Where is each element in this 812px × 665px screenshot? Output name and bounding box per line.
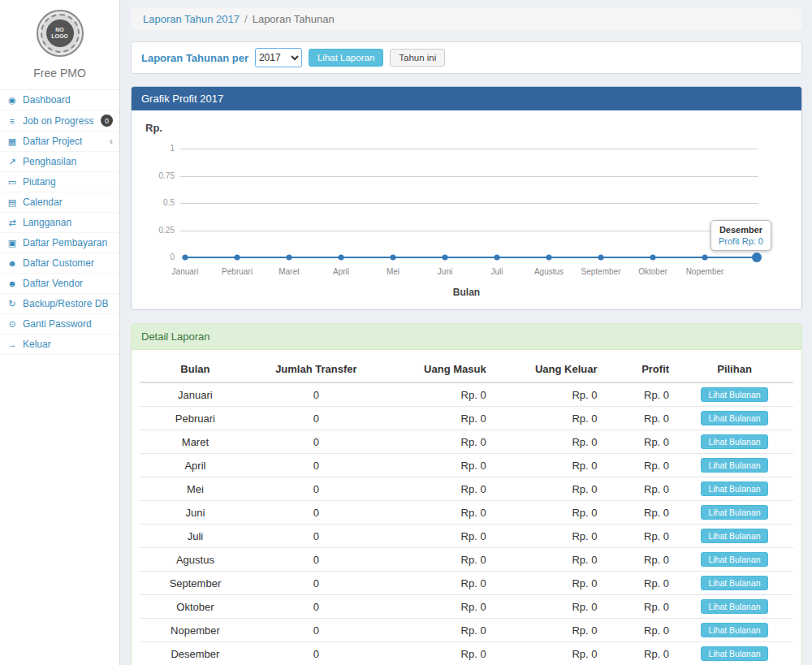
data-point-april[interactable] [339, 255, 344, 261]
sidebar-item-dashboard[interactable]: ◉Dashboard [0, 90, 119, 110]
daftar-vendor-icon: ☻ [6, 279, 18, 288]
x-tick-label: Juni [438, 267, 452, 276]
data-point-maret[interactable] [287, 255, 292, 261]
tahun-ini-button[interactable]: Tahun ini [390, 49, 445, 67]
sidebar-item-label: Daftar Pembayaran [23, 237, 107, 248]
column-header: Profit [604, 356, 676, 382]
sidebar-item-langganan[interactable]: ⇄Langganan [0, 213, 119, 233]
breadcrumb-separator: / [240, 13, 253, 25]
lihat-bulanan-button[interactable]: Lihat Bulanan [701, 481, 767, 496]
data-point-agustus[interactable] [546, 255, 552, 261]
profit-line [185, 257, 757, 258]
x-tick-label: Oktober [638, 267, 667, 276]
table-row: Juni0Rp. 0Rp. 0Rp. 0Lihat Bulanan [140, 501, 793, 525]
lihat-bulanan-button[interactable]: Lihat Bulanan [701, 434, 767, 449]
sidebar-item-backup-restore-db[interactable]: ↻Backup/Restore DB [0, 294, 119, 314]
table-row: Nopember0Rp. 0Rp. 0Rp. 0Lihat Bulanan [140, 619, 793, 642]
data-point-januari[interactable] [183, 255, 188, 261]
x-tick-label: Pebruari [222, 267, 253, 276]
year-select[interactable]: 2017 [255, 48, 302, 67]
column-header: Pilihan [676, 356, 793, 382]
lihat-bulanan-button[interactable]: Lihat Bulanan [701, 529, 767, 543]
sidebar-item-label: Daftar Project [23, 136, 82, 147]
x-tick-label: Agustus [534, 267, 564, 276]
y-tick-label: 1 [144, 144, 175, 153]
sidebar-item-daftar-customer[interactable]: ☻Daftar Customer [0, 253, 119, 274]
data-point-nopember[interactable] [702, 255, 708, 261]
chart-series [185, 140, 757, 264]
logo: NO LOGO Free PMO [0, 0, 119, 89]
lihat-bulanan-button[interactable]: Lihat Bulanan [701, 646, 767, 661]
sidebar-item-daftar-project[interactable]: ▦Daftar Project‹ [0, 132, 119, 152]
data-point-pebruari[interactable] [235, 255, 240, 261]
table-row: Oktober0Rp. 0Rp. 0Rp. 0Lihat Bulanan [140, 595, 793, 619]
lihat-bulanan-button[interactable]: Lihat Bulanan [701, 599, 767, 614]
tooltip-title: Desember [719, 225, 763, 235]
sidebar-item-calendar[interactable]: ▤Calendar [0, 192, 119, 213]
table-row: Agustus0Rp. 0Rp. 0Rp. 0Lihat Bulanan [140, 548, 793, 572]
daftar-customer-icon: ☻ [6, 258, 18, 268]
sidebar-item-label: Keluar [23, 339, 51, 350]
sidebar-item-label: Langganan [23, 217, 71, 228]
sidebar-item-label: Calendar [23, 196, 63, 208]
y-tick-label: 0.75 [144, 171, 175, 180]
breadcrumb-link-laporan-tahun[interactable]: Laporan Tahun 2017 [143, 13, 240, 25]
y-tick-label: 0 [144, 253, 175, 261]
lihat-bulanan-button[interactable]: Lihat Bulanan [701, 505, 767, 520]
data-point-mei[interactable] [391, 255, 396, 261]
data-point-juli[interactable] [495, 255, 500, 261]
lihat-bulanan-button[interactable]: Lihat Bulanan [701, 387, 767, 402]
sidebar-item-ganti-password[interactable]: ⊙Ganti Password [0, 314, 119, 335]
daftar-project-icon: ▦ [6, 136, 18, 147]
table-row: September0Rp. 0Rp. 0Rp. 0Lihat Bulanan [140, 572, 793, 595]
no-logo-text: NO LOGO [46, 19, 74, 47]
chart-tooltip: Desember Profit Rp: 0 [710, 220, 771, 251]
brand-name: Free PMO [0, 67, 119, 80]
x-tick-label: Mei [387, 267, 400, 276]
lihat-bulanan-button[interactable]: Lihat Bulanan [701, 411, 767, 425]
lihat-bulanan-button[interactable]: Lihat Bulanan [701, 576, 767, 590]
data-point-september[interactable] [598, 255, 604, 261]
daftar-pembayaran-icon: ▣ [6, 238, 18, 248]
sidebar-item-penghasilan[interactable]: ↗Penghasilan [0, 152, 119, 172]
table-row: Juli0Rp. 0Rp. 0Rp. 0Lihat Bulanan [140, 525, 793, 548]
lihat-bulanan-button[interactable]: Lihat Bulanan [701, 552, 767, 567]
lihat-bulanan-button[interactable]: Lihat Bulanan [701, 458, 767, 473]
x-tick-label: Januari [172, 267, 199, 276]
column-header: Jumlah Transfer [251, 356, 382, 382]
sidebar-item-keluar[interactable]: →Keluar [0, 335, 119, 355]
column-header: Uang Keluar [493, 356, 604, 382]
sidebar-item-label: Job on Progress [23, 115, 93, 127]
lihat-bulanan-button[interactable]: Lihat Bulanan [701, 623, 767, 637]
no-logo-badge: NO LOGO [37, 10, 84, 57]
sidebar-item-piutang[interactable]: ▭Piutang [0, 172, 119, 192]
sidebar-item-label: Backup/Restore DB [23, 298, 108, 309]
sidebar-item-label: Piutang [23, 176, 56, 188]
piutang-icon: ▭ [6, 177, 18, 188]
breadcrumb: Laporan Tahun 2017/Laporan Tahunan [131, 8, 802, 30]
sidebar-item-job-on-progress[interactable]: ≡Job on Progress0 [0, 110, 119, 132]
ganti-password-icon: ⊙ [6, 319, 18, 330]
data-point-oktober[interactable] [650, 255, 656, 261]
column-header: Uang Masuk [382, 356, 493, 382]
filter-label: Laporan Tahunan per [141, 52, 248, 64]
data-point-desember[interactable] [752, 253, 762, 262]
langganan-icon: ⇄ [6, 218, 18, 228]
sidebar-item-daftar-pembayaran[interactable]: ▣Daftar Pembayaran [0, 233, 119, 253]
lihat-laporan-button[interactable]: Lihat Laporan [309, 49, 383, 67]
chart-x-axis-labels: JanuariPebruariMaretAprilMeiJuniJuliAgus… [185, 267, 757, 279]
keluar-icon: → [6, 339, 18, 349]
data-point-juni[interactable] [443, 255, 448, 261]
x-tick-label: Nopember [686, 267, 724, 276]
chevron-left-icon: ‹ [110, 137, 113, 145]
column-header: Bulan [140, 356, 251, 382]
chart-y-axis-label: Rp. [145, 122, 789, 134]
chart-panel-title: Grafik Profit 2017 [132, 87, 801, 110]
sidebar-item-daftar-vendor[interactable]: ☻Daftar Vendor [0, 274, 119, 294]
penghasilan-icon: ↗ [6, 157, 18, 167]
x-tick-label: September [581, 267, 621, 276]
table-row: Pebruari0Rp. 0Rp. 0Rp. 0Lihat Bulanan [140, 407, 793, 430]
detail-panel-title: Detail Laporan [132, 324, 801, 350]
sidebar-item-label: Daftar Customer [23, 257, 94, 269]
breadcrumb-current: Laporan Tahunan [253, 13, 335, 25]
